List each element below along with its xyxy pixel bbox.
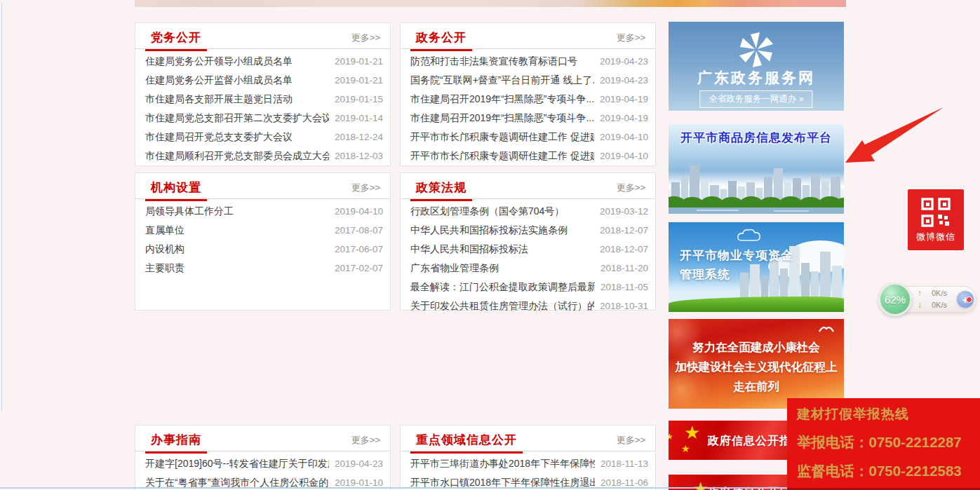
panel-title: 政策法规 <box>416 179 466 196</box>
article-title[interactable]: 开平市市长邝积康专题调研住建工作 促进建筑.. <box>410 131 594 144</box>
article-title[interactable]: 关于印发公共租赁住房管理办法（试行）的通... <box>410 300 594 313</box>
article-date: 2018-11-06 <box>600 477 648 488</box>
article-title[interactable]: 开建字[2019]60号--转发省住建厅关于印发广.. <box>145 458 329 470</box>
banner-title: 广东政务服务网 <box>669 68 844 88</box>
list-item[interactable]: 局领导具体工作分工2019-04-10 <box>135 202 390 221</box>
article-list: 防范和打击非法集资宣传教育标语口号2019-04-23 国务院“互联网+督查”平… <box>401 49 655 165</box>
banner-slogan[interactable]: 努力在全面建成小康社会 加快建设社会主义现代化征程上 走在前列 <box>669 319 844 409</box>
article-date: 2019-04-23 <box>600 56 648 67</box>
plus-button[interactable]: + <box>957 291 974 308</box>
list-item[interactable]: 住建局党务公开领导小组成员名单2019-01-21 <box>135 52 390 71</box>
more-link[interactable]: 更多>> <box>617 434 645 447</box>
article-title[interactable]: 市住建局召开2019年“扫黑除恶”专项斗争... <box>410 93 594 106</box>
article-date: 2019-01-21 <box>335 75 383 86</box>
article-date: 2017-06-07 <box>335 244 383 254</box>
more-link[interactable]: 更多>> <box>617 32 645 44</box>
article-list: 局领导具体工作分工2019-04-10 直属单位2017-08-07 内设机构2… <box>135 199 390 278</box>
list-item[interactable]: 中华人民共和国招标投标法实施条例2018-12-07 <box>401 221 655 240</box>
article-title[interactable]: 开平市市长邝积康专题调研住建工作 促进建筑.. <box>410 150 594 163</box>
article-date: 2018-12-24 <box>335 132 383 142</box>
article-title[interactable]: 最全解读：江门公积金提取政策调整后最新指... <box>410 281 595 294</box>
article-date: 2018-11-20 <box>600 263 648 273</box>
percent-value: 62% <box>885 294 906 306</box>
weibo-wechat-qr-button[interactable]: 微博微信 <box>908 189 964 250</box>
banner-property-fund-system[interactable]: 开平市物业专项资金 管理系统 <box>669 222 844 312</box>
list-item[interactable]: 开建字[2019]60号--转发省住建厅关于印发广..2019-04-23 <box>135 454 390 473</box>
panel-header: 政策法规 更多>> <box>401 173 655 199</box>
more-link[interactable]: 更多>> <box>351 32 380 44</box>
article-title[interactable]: 市住建局顺利召开党总支部委员会成立大会 <box>145 150 329 163</box>
list-item[interactable]: 开平市市长邝积康专题调研住建工作 促进建筑..2019-04-10 <box>401 147 655 165</box>
pinwheel-icon <box>738 32 774 68</box>
list-item[interactable]: 最全解读：江门公积金提取政策调整后最新指...2018-11-05 <box>401 278 655 297</box>
article-date: 2019-04-23 <box>335 458 383 469</box>
panel-title: 机构设置 <box>151 179 201 196</box>
article-title[interactable]: 内设机构 <box>145 243 329 256</box>
list-item[interactable]: 市住建局召开党总支支委扩大会议2018-12-24 <box>135 128 390 147</box>
list-item[interactable]: 内设机构2017-06-07 <box>135 240 390 259</box>
page: 党务公开 更多>> 住建局党务公开领导小组成员名单2019-01-21 住建局党… <box>0 0 980 490</box>
article-date: 2019-04-10 <box>335 206 383 217</box>
article-title[interactable]: 主要职责 <box>145 262 329 275</box>
banner-title: 开平市商品房信息发布平台 <box>669 130 844 146</box>
article-title[interactable]: 中华人民共和国招标投标法实施条例 <box>410 224 594 237</box>
list-item[interactable]: 市住建局各支部开展主题党日活动2019-01-15 <box>135 90 390 109</box>
panel-title: 重点领域信息公开 <box>416 432 517 448</box>
more-link[interactable]: 更多>> <box>617 182 645 194</box>
list-item[interactable]: 国务院“互联网+督查”平台日前开通 线上了...2019-04-23 <box>401 71 655 90</box>
banner-gd-gov-service[interactable]: 广东政务服务网 全省政务服务一网通办 » <box>669 22 844 111</box>
download-speed: 0K/s <box>932 299 947 311</box>
article-title[interactable]: 行政区划管理条例（国令第704号） <box>410 205 594 218</box>
qr-code-icon <box>921 198 951 227</box>
list-item[interactable]: 关于印发公共租赁住房管理办法（试行）的通...2018-10-31 <box>401 297 655 315</box>
banner-commodity-housing-platform[interactable]: 开平市商品房信息发布平台 <box>669 124 844 214</box>
memory-percent-indicator[interactable]: 62% <box>878 283 912 316</box>
more-link[interactable]: 更多>> <box>351 434 380 447</box>
article-date: 2018-12-07 <box>600 225 648 236</box>
list-item[interactable]: 广东省物业管理条例2018-11-20 <box>401 259 655 278</box>
article-date: 2019-01-15 <box>335 94 383 104</box>
article-title[interactable]: 市住建局召开党总支支委扩大会议 <box>145 131 329 144</box>
list-item[interactable]: 行政区划管理条例（国令第704号）2019-03-12 <box>401 202 655 221</box>
article-title[interactable]: 国务院“互联网+督查”平台日前开通 线上了... <box>410 74 594 87</box>
banner-subtitle[interactable]: 全省政务服务一网通办 » <box>699 90 812 108</box>
list-item[interactable]: 中华人民共和国招标投标法2018-12-07 <box>401 240 655 259</box>
article-date: 2019-04-10 <box>600 132 648 142</box>
list-item[interactable]: 市住建局召开2019年“扫黑除恶”专项斗争...2019-04-19 <box>401 90 655 109</box>
article-title[interactable]: 市住建局各支部开展主题党日活动 <box>145 93 329 106</box>
article-list: 开建字[2019]60号--转发省住建厅关于印发广..2019-04-23 关于… <box>135 451 390 490</box>
qr-button-label: 微博微信 <box>908 231 964 243</box>
panel-title: 政务公开 <box>416 29 466 46</box>
article-title[interactable]: 住建局党务公开领导小组成员名单 <box>145 55 329 68</box>
article-title[interactable]: 开平市三埠街道办事处2018年下半年保障性... <box>410 458 595 470</box>
list-item[interactable]: 市住建局顺利召开党总支部委员会成立大会2018-12-03 <box>135 147 390 165</box>
list-item[interactable]: 直属单位2017-08-07 <box>135 221 390 240</box>
article-title[interactable]: 中华人民共和国招标投标法 <box>410 243 594 256</box>
article-title[interactable]: 广东省物业管理条例 <box>410 262 595 275</box>
article-date: 2019-04-23 <box>600 75 648 86</box>
article-title[interactable]: 防范和打击非法集资宣传教育标语口号 <box>410 55 594 68</box>
slogan-text: 努力在全面建成小康社会 加快建设社会主义现代化征程上 走在前列 <box>669 337 844 396</box>
article-title[interactable]: 市住建局党总支部召开第二次支委扩大会议 <box>145 112 329 125</box>
list-item[interactable]: 住建局党务公开监督小组成员名单2019-01-21 <box>135 71 390 90</box>
article-title[interactable]: 住建局党务公开监督小组成员名单 <box>145 74 329 87</box>
list-item[interactable]: 开平市市长邝积康专题调研住建工作 促进建筑..2019-04-10 <box>401 128 655 147</box>
dove-icon <box>819 325 834 333</box>
panel-party-affairs: 党务公开 更多>> 住建局党务公开领导小组成员名单2019-01-21 住建局党… <box>135 22 391 166</box>
notification-dot <box>966 297 972 303</box>
list-item[interactable]: 防范和打击非法集资宣传教育标语口号2019-04-23 <box>401 52 655 71</box>
panel-service-guide: 办事指南 更多>> 开建字[2019]60号--转发省住建厅关于印发广..201… <box>135 425 391 490</box>
speed-monitor-widget[interactable]: 62% ↑ 0K/s ↓ 0K/s + <box>878 283 976 316</box>
article-title[interactable]: 市住建局召开2019年“扫黑除恶”专项斗争... <box>410 112 594 125</box>
list-item[interactable]: 市住建局党总支部召开第二次支委扩大会议2019-01-14 <box>135 109 390 128</box>
upload-speed: 0K/s <box>932 287 947 299</box>
hotline-supervise-phone: 监督电话：0750-2212583 <box>797 461 970 481</box>
list-item[interactable]: 开平市三埠街道办事处2018年下半年保障性...2018-11-13 <box>401 454 655 473</box>
panel-header: 重点领域信息公开 更多>> <box>401 426 655 451</box>
hotline-overlay: 建材打假举报热线 举报电话：0750-2212287 监督电话：0750-221… <box>787 398 980 490</box>
article-title[interactable]: 局领导具体工作分工 <box>145 205 329 218</box>
more-link[interactable]: 更多>> <box>351 182 380 194</box>
list-item[interactable]: 主要职责2017-02-07 <box>135 259 390 278</box>
article-title[interactable]: 直属单位 <box>145 224 329 237</box>
list-item[interactable]: 市住建局召开2019年“扫黑除恶”专项斗争...2019-04-19 <box>401 109 655 128</box>
